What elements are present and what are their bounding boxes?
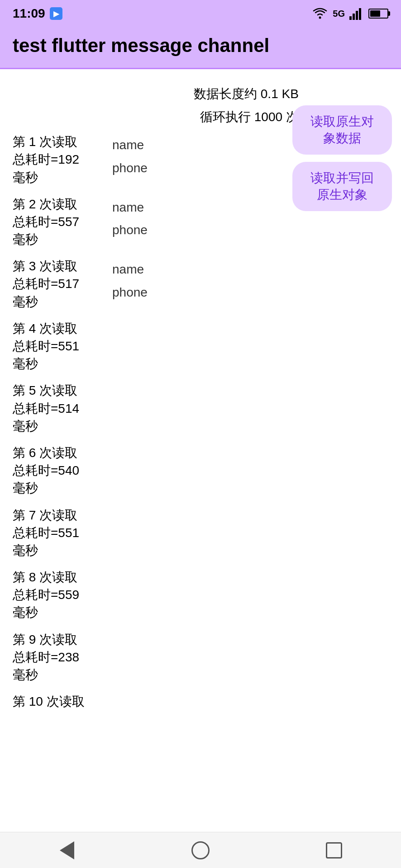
side-buttons-container: 读取原生对 象数据 读取并写回 原生对象 xyxy=(292,105,392,211)
time-text: 11:09 xyxy=(13,6,45,21)
entry-label-2: 第 2 次读取 总耗时=557 毫秒 xyxy=(13,195,112,249)
recents-button[interactable] xyxy=(320,837,348,864)
entry-label-9: 第 9 次读取 总耗时=238 毫秒 xyxy=(13,631,112,684)
svg-rect-4 xyxy=(359,8,361,20)
page-title: test flutter message channel xyxy=(13,34,388,57)
entry-label-5: 第 5 次读取 总耗时=514 毫秒 xyxy=(13,382,112,435)
entry-label-4: 第 4 次读取 总耗时=551 毫秒 xyxy=(13,320,112,373)
entry-label-8: 第 8 次读取 总耗时=559 毫秒 xyxy=(13,568,112,622)
notification-icon: ▶ xyxy=(50,7,62,20)
list-item: 第 6 次读取 总耗时=540 毫秒 xyxy=(0,439,401,502)
data-size-label: 数据长度约 0.1 KB xyxy=(194,83,299,105)
network-type: 5G xyxy=(333,9,345,19)
phone-field-3: phone xyxy=(112,281,194,304)
entry-label-10: 第 10 次读取 xyxy=(13,693,112,710)
battery-icon xyxy=(368,9,388,19)
svg-rect-2 xyxy=(353,14,355,20)
list-item: 第 3 次读取 总耗时=517 毫秒 name phone xyxy=(0,253,401,315)
back-icon xyxy=(60,841,74,859)
signal-icon xyxy=(349,7,364,20)
status-icons: 5G xyxy=(312,7,388,20)
main-content: 读取原生对 象数据 读取并写回 原生对象 数据长度约 0.1 KB 循环执行 1… xyxy=(0,69,401,832)
svg-rect-1 xyxy=(349,16,352,20)
phone-field-1: phone xyxy=(112,157,194,179)
back-button[interactable] xyxy=(53,837,81,864)
top-info: 数据长度约 0.1 KB 循环执行 1000 次 xyxy=(194,83,299,128)
status-time: 11:09 ▶ xyxy=(13,6,62,21)
entry-label-7: 第 7 次读取 总耗时=551 毫秒 xyxy=(13,506,112,560)
list-item: 第 4 次读取 总耗时=551 毫秒 xyxy=(0,315,401,377)
app-bar: test flutter message channel xyxy=(0,27,401,68)
read-native-button[interactable]: 读取原生对 象数据 xyxy=(292,105,392,155)
entry-label-6: 第 6 次读取 总耗时=540 毫秒 xyxy=(13,444,112,497)
svg-rect-3 xyxy=(356,11,358,20)
list-item: 第 7 次读取 总耗时=551 毫秒 xyxy=(0,502,401,564)
status-bar: 11:09 ▶ 5G xyxy=(0,0,401,27)
list-item: 第 10 次读取 xyxy=(0,688,401,729)
home-button[interactable] xyxy=(187,837,214,864)
list-item: 第 8 次读取 总耗时=559 毫秒 xyxy=(0,564,401,626)
name-field-2: name xyxy=(112,196,194,219)
entry-fields-2: name phone xyxy=(112,195,194,242)
name-field-3: name xyxy=(112,258,194,281)
loop-count-label: 循环执行 1000 次 xyxy=(200,106,299,128)
entry-fields-1: name phone xyxy=(112,133,194,179)
wifi-icon xyxy=(312,7,328,20)
svg-point-0 xyxy=(319,17,321,19)
phone-field-2: phone xyxy=(112,219,194,241)
recents-icon xyxy=(326,842,342,859)
entry-fields-3: name phone xyxy=(112,257,194,304)
list-item: 第 5 次读取 总耗时=514 毫秒 xyxy=(0,377,401,439)
list-item: 第 9 次读取 总耗时=238 毫秒 xyxy=(0,626,401,689)
entry-label-1: 第 1 次读取 总耗时=192 毫秒 xyxy=(13,133,112,186)
entry-label-3: 第 3 次读取 总耗时=517 毫秒 xyxy=(13,257,112,311)
nav-bar xyxy=(0,832,401,868)
read-write-native-button[interactable]: 读取并写回 原生对象 xyxy=(292,162,392,211)
home-icon xyxy=(191,841,210,859)
name-field-1: name xyxy=(112,134,194,156)
